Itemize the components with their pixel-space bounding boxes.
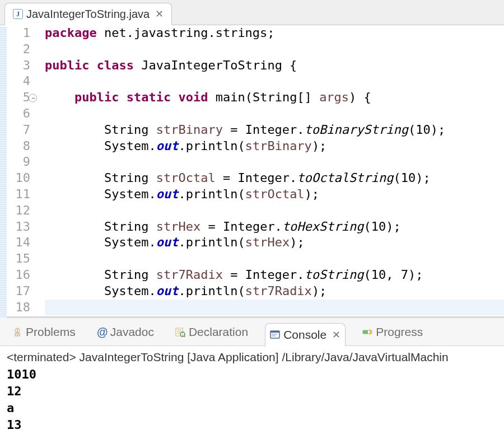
code-line: public static void main(String[] args) { [45, 90, 371, 104]
svg-rect-13 [363, 330, 368, 334]
line-number: 3 [0, 58, 30, 74]
code-area[interactable]: package net.javastring.strings; public c… [35, 25, 504, 316]
bottom-panel: Problems @ Javadoc Declaration Console ✕… [0, 316, 504, 439]
svg-rect-3 [17, 329, 18, 330]
line-number: 15 [0, 251, 30, 267]
code-line: public class JavaIntegerToString { [45, 58, 297, 72]
tab-declaration[interactable]: Declaration [171, 323, 253, 341]
svg-rect-5 [15, 333, 20, 336]
tab-label: Declaration [189, 325, 248, 339]
close-icon[interactable]: ✕ [332, 329, 340, 341]
java-file-icon: J [13, 9, 23, 19]
code-line: String str7Radix = Integer.toString(10, … [45, 268, 423, 282]
code-line [45, 203, 52, 217]
line-number: 2 [0, 41, 30, 58]
ide-root: J JavaIntegerToString.java ✕ 1 2 3 4 5 6… [0, 0, 504, 439]
code-line: String strBinary = Integer.toBinaryStrin… [45, 123, 445, 137]
line-number: 8 [0, 138, 30, 155]
code-line: System.out.println(strOctal); [45, 187, 319, 201]
editor-tabbar: J JavaIntegerToString.java ✕ [0, 0, 504, 25]
line-number: 17 [0, 283, 30, 300]
line-number: 1 [0, 25, 30, 41]
editor-tab-active[interactable]: J JavaIntegerToString.java ✕ [4, 3, 172, 25]
code-line: String strHex = Integer.toHexString(10); [45, 220, 401, 233]
declaration-icon [175, 327, 185, 337]
line-number: 18 [0, 300, 30, 316]
code-line: String strOctal = Integer.toOctalString(… [45, 171, 431, 185]
console-output[interactable]: 1010 12 a 13 [0, 366, 504, 439]
javadoc-icon: @ [97, 327, 107, 337]
tab-problems[interactable]: Problems [8, 323, 80, 341]
tab-console[interactable]: Console ✕ [265, 323, 346, 347]
tab-label: Javadoc [110, 325, 154, 339]
code-line: System.out.println(strHex); [45, 235, 305, 249]
tab-progress[interactable]: Progress [358, 323, 427, 341]
tab-label: Progress [376, 325, 423, 339]
code-line [45, 42, 52, 56]
progress-icon [362, 327, 372, 337]
svg-point-4 [17, 331, 18, 332]
code-line [45, 251, 52, 265]
line-number: 13 [0, 219, 30, 235]
tab-javadoc[interactable]: @ Javadoc [92, 323, 158, 341]
code-line [45, 155, 52, 169]
line-number: 4 [0, 73, 30, 90]
code-line-current [45, 300, 504, 316]
line-number: 6 [0, 106, 30, 122]
line-number: 10 [0, 170, 30, 186]
views-tabbar: Problems @ Javadoc Declaration Console ✕… [0, 318, 504, 346]
line-number-gutter: 1 2 3 4 5 6 7 8 9 10 11 12 13 14 15 16 1… [0, 25, 35, 316]
code-line [45, 106, 52, 120]
line-number[interactable]: 5 [0, 90, 30, 106]
code-line: package net.javastring.strings; [45, 26, 275, 40]
svg-rect-9 [270, 331, 279, 333]
line-number: 9 [0, 154, 30, 170]
svg-text:J: J [16, 10, 20, 18]
line-number: 16 [0, 267, 30, 283]
svg-rect-10 [272, 334, 277, 335]
close-icon[interactable]: ✕ [155, 8, 164, 20]
code-editor[interactable]: 1 2 3 4 5 6 7 8 9 10 11 12 13 14 15 16 1… [0, 25, 504, 316]
tab-label: Console [283, 328, 326, 342]
console-icon [270, 330, 280, 340]
code-line [45, 74, 52, 88]
line-number: 12 [0, 203, 30, 219]
console-status-line: <terminated> JavaIntegerToString [Java A… [0, 346, 504, 366]
line-number: 14 [0, 235, 30, 251]
code-line: System.out.println(str7Radix); [45, 284, 326, 298]
editor-tab-filename: JavaIntegerToString.java [26, 8, 150, 21]
problems-icon [12, 327, 22, 337]
svg-rect-11 [272, 335, 276, 337]
tab-label: Problems [26, 325, 76, 339]
line-number: 11 [0, 186, 30, 203]
code-line: System.out.println(strBinary); [45, 139, 326, 153]
line-number: 7 [0, 122, 30, 138]
